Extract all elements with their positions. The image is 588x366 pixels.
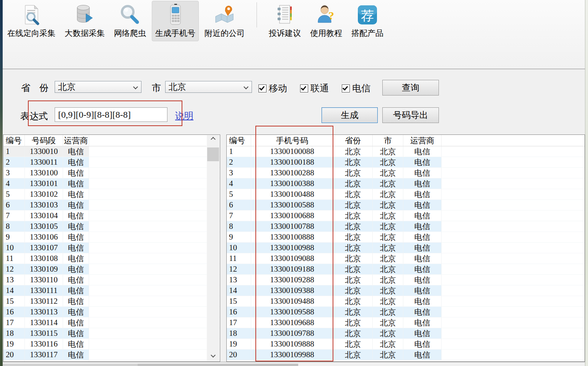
- toolbar-item[interactable]: 网络爬虫: [110, 1, 149, 41]
- table-cell: 北京: [333, 178, 373, 189]
- table-cell: 北京: [333, 296, 373, 306]
- table-row[interactable]: 113300100088北京北京电信: [227, 146, 585, 157]
- table-cell: 1330011: [25, 157, 63, 167]
- table-cell: 电信: [403, 350, 442, 360]
- map-pin-icon: [213, 3, 237, 27]
- column-header[interactable]: 市: [373, 135, 403, 146]
- row-filler: [442, 232, 585, 242]
- table-row[interactable]: 151330112电信: [3, 296, 220, 307]
- table-cell: 18: [3, 328, 25, 338]
- city-select[interactable]: 北京: [165, 81, 252, 93]
- table-row[interactable]: 1013300100988北京北京电信: [227, 243, 585, 253]
- table-row[interactable]: 513300100488北京北京电信: [227, 189, 585, 200]
- column-header[interactable]: 手机号码: [251, 135, 333, 146]
- table-row[interactable]: 11330010电信: [3, 146, 220, 157]
- table-cell: 电信: [63, 317, 89, 328]
- toolbar-item[interactable]: 生成手机号: [152, 1, 199, 41]
- table-row[interactable]: 41330101电信: [3, 178, 220, 189]
- table-row[interactable]: 21330011电信: [3, 157, 220, 168]
- carrier-checkbox[interactable]: 移动: [258, 82, 287, 94]
- table-cell: 12: [3, 264, 25, 274]
- toolbar-item[interactable]: 在线定向采集: [4, 1, 59, 41]
- table-row[interactable]: 1313300109288北京北京电信: [227, 275, 585, 285]
- table-row[interactable]: 2013300109988北京北京电信: [227, 350, 585, 360]
- table-row[interactable]: 1413300109388北京北京电信: [227, 285, 585, 296]
- segments-table-scrollbar[interactable]: [207, 135, 219, 361]
- toolbar-item-label: 大数据采集: [65, 28, 105, 39]
- row-filler: [89, 221, 220, 232]
- table-row[interactable]: 121330109电信: [3, 264, 220, 275]
- scrollbar-thumb[interactable]: [207, 147, 219, 161]
- table-cell: 19: [227, 339, 251, 349]
- row-filler: [442, 189, 585, 199]
- table-row[interactable]: 1513300109488北京北京电信: [227, 296, 585, 307]
- table-row[interactable]: 81330105电信: [3, 221, 220, 232]
- toolbar-item[interactable]: ?使用教程: [307, 1, 346, 41]
- table-row[interactable]: 101330107电信: [3, 243, 220, 253]
- toolbar-item-label: 生成手机号: [155, 28, 195, 39]
- column-header-filler: [89, 135, 206, 146]
- table-row[interactable]: 813300100788北京北京电信: [227, 221, 585, 232]
- table-row[interactable]: 131330110电信: [3, 275, 220, 285]
- column-header-filler: [442, 135, 585, 146]
- column-header[interactable]: 编号: [227, 135, 251, 146]
- table-row[interactable]: 91330106电信: [3, 232, 220, 243]
- table-row[interactable]: 1713300109688北京北京电信: [227, 317, 585, 328]
- chevron-up-icon: [211, 137, 216, 142]
- generate-button[interactable]: 生成: [322, 107, 378, 123]
- table-row[interactable]: 1813300109788北京北京电信: [227, 328, 585, 339]
- export-button[interactable]: 号码导出: [382, 107, 439, 123]
- table-row[interactable]: 213300100188北京北京电信: [227, 157, 585, 168]
- toolbar-item[interactable]: 附近的公司: [201, 1, 248, 41]
- table-row[interactable]: 201330117电信: [3, 350, 220, 360]
- expression-input[interactable]: [55, 107, 167, 122]
- table-row[interactable]: 913300100888北京北京电信: [227, 232, 585, 243]
- column-header[interactable]: 运营商: [403, 135, 442, 146]
- toolbar-item[interactable]: 荐搭配产品: [348, 1, 387, 41]
- table-cell: 13: [3, 275, 25, 285]
- scroll-down-button[interactable]: [207, 351, 219, 361]
- table-row[interactable]: 613300100588北京北京电信: [227, 200, 585, 211]
- column-header[interactable]: 省份: [333, 135, 373, 146]
- table-cell: 1330116: [25, 339, 63, 349]
- table-row[interactable]: 1113300109088北京北京电信: [227, 253, 585, 264]
- province-select[interactable]: 北京: [55, 81, 141, 93]
- table-cell: 17: [3, 317, 25, 328]
- table-row[interactable]: 191330116电信: [3, 339, 220, 350]
- city-label: 市: [152, 82, 161, 94]
- carrier-checkbox[interactable]: 电信: [342, 82, 370, 94]
- table-cell: 北京: [373, 339, 403, 349]
- column-header[interactable]: 编号: [3, 135, 25, 146]
- table-row[interactable]: 313300100288北京北京电信: [227, 168, 585, 178]
- help-link[interactable]: 说明: [175, 110, 193, 122]
- table-cell: 北京: [333, 168, 373, 178]
- table-row[interactable]: 161330113电信: [3, 307, 220, 317]
- table-row[interactable]: 61330103电信: [3, 200, 220, 211]
- carrier-checkbox[interactable]: 联通: [300, 82, 329, 94]
- notebook-icon: [273, 3, 297, 27]
- table-row[interactable]: 1613300109588北京北京电信: [227, 307, 585, 317]
- query-button[interactable]: 查询: [382, 80, 439, 96]
- toolbar-item[interactable]: 大数据采集: [61, 1, 108, 41]
- table-row[interactable]: 51330102电信: [3, 189, 220, 200]
- table-row[interactable]: 181330115电信: [3, 328, 220, 339]
- table-row[interactable]: 171330114电信: [3, 317, 220, 328]
- table-cell: 13300109488: [251, 296, 333, 306]
- toolbar-item[interactable]: 投诉建议: [265, 1, 304, 41]
- scroll-up-button[interactable]: [207, 135, 219, 145]
- table-row[interactable]: 413300100388北京北京电信: [227, 178, 585, 189]
- column-header[interactable]: 运营商: [63, 135, 89, 146]
- table-row[interactable]: 111330108电信: [3, 253, 220, 264]
- table-cell: 北京: [333, 275, 373, 285]
- table-row[interactable]: 713300100688北京北京电信: [227, 211, 585, 221]
- toolbar-item-label: 附近的公司: [205, 28, 245, 39]
- table-row[interactable]: 71330104电信: [3, 211, 220, 221]
- table-row[interactable]: 141330111电信: [3, 285, 220, 296]
- table-row[interactable]: 1913300109888北京北京电信: [227, 339, 585, 350]
- table-cell: 电信: [63, 328, 89, 338]
- row-filler: [442, 221, 585, 232]
- column-header[interactable]: 号码段: [25, 135, 63, 146]
- magnifier-icon: [118, 3, 142, 27]
- table-row[interactable]: 31330100电信: [3, 168, 220, 178]
- table-row[interactable]: 1213300109188北京北京电信: [227, 264, 585, 275]
